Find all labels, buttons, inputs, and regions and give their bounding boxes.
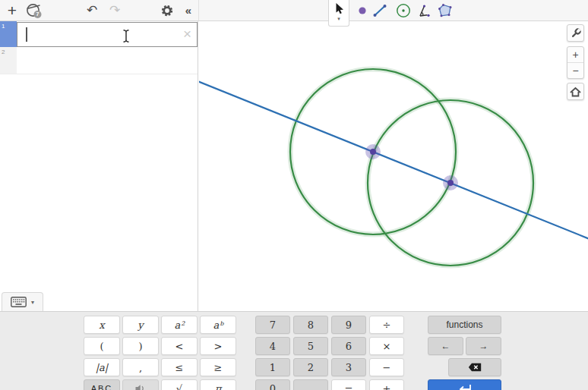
angle-icon [416, 4, 432, 18]
graph-settings-button[interactable] [567, 24, 584, 42]
key-y[interactable]: y [122, 316, 159, 334]
key-arrow-right[interactable]: → [466, 337, 501, 355]
chevron-down-icon: ▾ [337, 16, 340, 22]
point-1[interactable] [370, 149, 376, 155]
key-leq[interactable]: ≤ [161, 358, 198, 376]
row-2-gutter: 2 [0, 47, 17, 74]
circle-tool-button[interactable] [394, 2, 413, 20]
wrench-icon [570, 27, 582, 39]
key-decimal[interactable]: . [293, 379, 328, 390]
key-9[interactable]: 9 [331, 316, 366, 334]
key-pi[interactable]: π [200, 379, 236, 390]
segment-tool-button[interactable] [371, 2, 389, 20]
key-greater-than[interactable]: > [200, 337, 236, 355]
select-tool-button[interactable]: ▾ [328, 0, 349, 27]
text-caret [26, 27, 27, 42]
key-speaker[interactable] [122, 379, 159, 390]
key-6[interactable]: 6 [331, 337, 366, 355]
compass-icon: 7 [25, 2, 43, 20]
angle-tool-button[interactable] [415, 2, 433, 20]
zoom-in-button[interactable]: + [567, 47, 583, 63]
segment-icon [372, 3, 387, 18]
key-sqrt[interactable]: √ [161, 379, 198, 390]
key-2[interactable]: 2 [293, 358, 328, 376]
construct-badge: 7 [36, 11, 40, 17]
circle-icon [395, 2, 412, 19]
backspace-icon [468, 363, 482, 372]
expression-panel: 1 × 2 ▾ [0, 21, 198, 311]
row-1-gutter: 1 [0, 21, 17, 47]
add-item-button[interactable]: + [3, 0, 21, 20]
delete-expression-button[interactable]: × [183, 25, 191, 43]
key-comma[interactable]: , [122, 358, 159, 376]
zoom-out-button[interactable]: − [567, 63, 583, 78]
toolbar-divider [198, 0, 199, 20]
key-4[interactable]: 4 [255, 337, 290, 355]
expression-row-1[interactable]: 1 × [0, 21, 198, 47]
collapse-panel-button[interactable]: « [179, 0, 198, 20]
key-functions[interactable]: functions [428, 316, 501, 334]
chevron-down-icon: ▾ [31, 299, 34, 306]
enter-icon [457, 384, 473, 390]
point-2[interactable] [447, 180, 454, 186]
key-add[interactable]: + [369, 379, 404, 390]
key-3[interactable]: 3 [331, 358, 366, 376]
gear-icon [160, 4, 174, 17]
zoom-controls: + − [567, 46, 584, 79]
key-abc[interactable]: ABC [84, 379, 120, 390]
redo-button[interactable]: ↷ [105, 0, 125, 20]
key-enter[interactable] [428, 379, 501, 390]
top-toolbar: + 7 ↶ ↷ « ▾ [0, 0, 588, 21]
key-subtract[interactable]: − [369, 358, 404, 376]
key-5[interactable]: 5 [293, 337, 328, 355]
row-1-index: 1 [2, 23, 5, 30]
settings-button[interactable] [157, 0, 177, 20]
speaker-icon [134, 384, 147, 390]
key-arrow-left[interactable]: ← [428, 337, 463, 355]
key-less-than[interactable]: < [161, 337, 198, 355]
home-icon [570, 86, 581, 97]
key-a-power-b[interactable]: aᵇ [200, 316, 236, 334]
undo-button[interactable]: ↶ [82, 0, 102, 20]
default-view-button[interactable] [567, 83, 584, 100]
keyboard-icon [11, 297, 27, 307]
construct-tool-button[interactable]: 7 [23, 0, 46, 20]
polygon-icon [437, 3, 454, 18]
key-backspace[interactable] [448, 358, 501, 376]
key-7[interactable]: 7 [255, 316, 290, 334]
cursor-arrow-icon [334, 2, 344, 15]
key-8[interactable]: 8 [293, 316, 328, 334]
key-close-paren[interactable]: ) [122, 337, 159, 355]
key-0[interactable]: 0 [255, 379, 290, 390]
key-equals[interactable]: = [331, 379, 366, 390]
key-multiply[interactable]: × [369, 337, 404, 355]
math-keypad: x y a² aᵇ ( ) < > |a| , ≤ ≥ ABC √ π 7 8 … [0, 311, 588, 390]
geometry-canvas[interactable] [199, 21, 588, 311]
key-x[interactable]: x [84, 316, 120, 334]
row-2-index: 2 [2, 49, 5, 55]
expression-row-2[interactable]: 2 [0, 47, 198, 74]
geometry-svg [199, 21, 588, 311]
key-open-paren[interactable]: ( [84, 337, 120, 355]
point-tool-button[interactable] [353, 2, 371, 20]
key-divide[interactable]: ÷ [369, 316, 404, 334]
key-abs[interactable]: |a| [84, 358, 120, 376]
key-1[interactable]: 1 [255, 358, 290, 376]
polygon-tool-button[interactable] [436, 2, 454, 20]
key-geq[interactable]: ≥ [200, 358, 236, 376]
point-icon [355, 3, 370, 18]
keyboard-toggle[interactable]: ▾ [2, 292, 43, 311]
expression-input-1[interactable]: × [17, 22, 198, 47]
key-a-squared[interactable]: a² [161, 316, 198, 334]
